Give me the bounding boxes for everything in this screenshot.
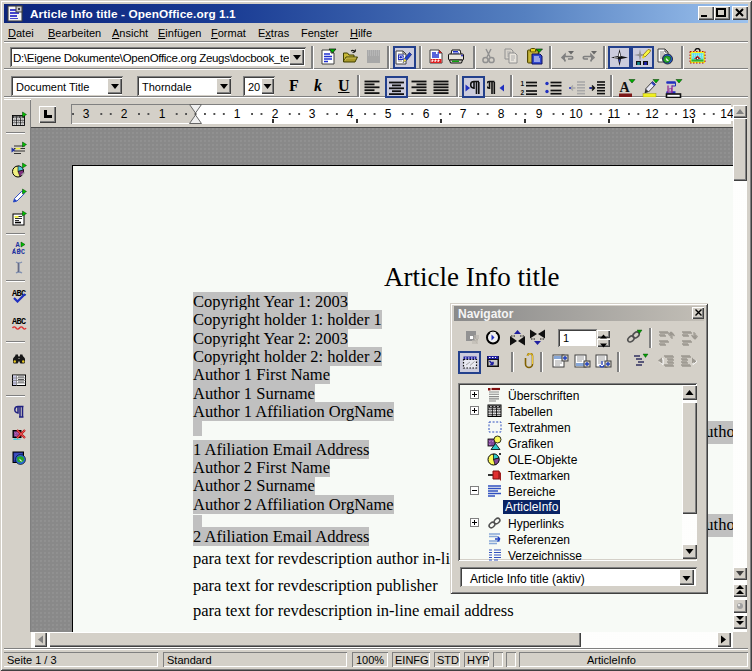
svg-text:A: A: [16, 240, 21, 248]
svg-text:A: A: [620, 80, 631, 95]
svg-text:ABC: ABC: [12, 317, 26, 327]
svg-text:ABC: ABC: [12, 249, 25, 255]
svg-text:1: 1: [521, 80, 525, 87]
svg-text:2: 2: [521, 89, 525, 96]
